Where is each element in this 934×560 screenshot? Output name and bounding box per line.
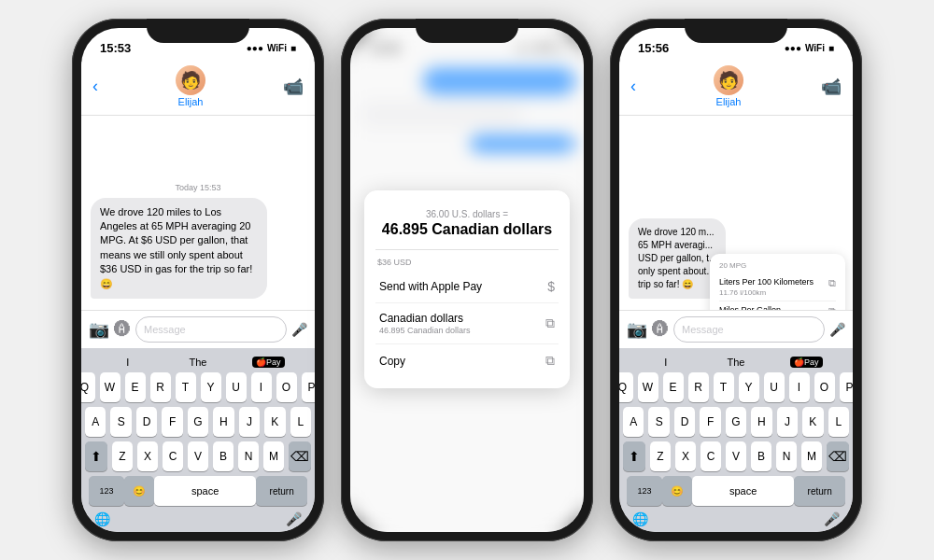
apps-icon-3[interactable]: 🅐 [652,320,669,340]
key-return-3[interactable]: return [794,476,845,506]
key-o-3[interactable]: O [814,372,835,402]
key-d[interactable]: D [136,407,157,437]
message-input-1[interactable]: Message [135,316,287,343]
suggestion-the-3[interactable]: The [700,357,771,368]
key-delete[interactable]: ⌫ [289,441,311,471]
key-u-3[interactable]: U [764,372,785,402]
key-x-3[interactable]: X [675,441,696,471]
key-e[interactable]: E [125,372,146,402]
key-m-3[interactable]: M [801,441,822,471]
key-y-3[interactable]: Y [739,372,759,402]
key-k-3[interactable]: K [802,407,823,437]
suggestion-applepay[interactable]: 🍎Pay [234,356,304,368]
key-v-3[interactable]: V [726,441,746,471]
menu-item-cad[interactable]: Canadian dollars 46.895 Canadian dollars… [375,303,559,344]
key-z[interactable]: Z [112,441,133,471]
key-e-3[interactable]: E [663,372,684,402]
globe-icon-3[interactable]: 🌐 [632,511,648,526]
globe-icon-1[interactable]: 🌐 [94,511,110,526]
lper100-value: 11.76 l/100km [719,288,814,297]
key-s-3[interactable]: S [648,407,669,437]
key-w[interactable]: W [100,372,120,402]
menu-item-copy[interactable]: Copy ⧉ [375,344,559,377]
phone-2: 15:56 ●●● WiFi ■ 36.00 U.S. dollars = 46… [341,19,593,541]
key-j-3[interactable]: J [777,407,798,437]
key-delete-3[interactable]: ⌫ [827,441,849,471]
key-q-3[interactable]: Q [619,372,633,402]
key-f[interactable]: F [162,407,182,437]
back-button-1[interactable]: ‹ [92,77,98,96]
keyboard-1: I The 🍎Pay Q W E R T Y U I O P A S [81,348,315,532]
key-h[interactable]: H [213,407,234,437]
key-r-3[interactable]: R [688,372,709,402]
key-p[interactable]: P [302,372,316,402]
key-f-3[interactable]: F [700,407,720,437]
mic-icon-3[interactable]: 🎤 [829,322,845,337]
key-r[interactable]: R [150,372,171,402]
suggestion-i[interactable]: I [92,357,163,368]
key-i[interactable]: I [251,372,272,402]
key-l-3[interactable]: L [828,407,849,437]
key-t-3[interactable]: T [714,372,734,402]
key-n-3[interactable]: N [776,441,797,471]
key-space[interactable]: space [154,476,256,506]
conv-item-lper100[interactable]: Liters Per 100 Kilometers 11.76 l/100km … [719,273,836,301]
suggestion-applepay-3[interactable]: 🍎Pay [771,356,842,368]
key-123-3[interactable]: 123 [627,476,662,506]
key-emoji-3[interactable]: 😊 [662,476,692,506]
suggestion-the[interactable]: The [163,357,233,368]
key-shift-3[interactable]: ⬆ [623,441,645,471]
back-button-3[interactable]: ‹ [630,77,636,96]
key-b[interactable]: B [213,441,234,471]
key-i-3[interactable]: I [789,372,810,402]
video-call-icon-1[interactable]: 📹 [283,77,304,97]
key-y[interactable]: Y [201,372,221,402]
key-o[interactable]: O [276,372,297,402]
key-p-3[interactable]: P [840,372,854,402]
messages-header-1: ‹ 🧑 Elijah 📹 [81,62,315,116]
key-m[interactable]: M [263,441,284,471]
key-v[interactable]: V [188,441,208,471]
key-space-3[interactable]: space [692,476,794,506]
key-s[interactable]: S [110,407,131,437]
message-input-3[interactable]: Message [673,316,825,343]
notch-3 [685,19,787,43]
key-t[interactable]: T [176,372,196,402]
key-j[interactable]: J [239,407,260,437]
contact-info-3: 🧑 Elijah [714,65,743,107]
key-u[interactable]: U [226,372,247,402]
key-g[interactable]: G [188,407,208,437]
key-c[interactable]: C [163,441,183,471]
key-shift[interactable]: ⬆ [85,441,107,471]
key-x[interactable]: X [137,441,158,471]
key-z-3[interactable]: Z [650,441,671,471]
menu-item-applepay[interactable]: Send with Apple Pay $ [375,271,559,303]
camera-icon-3[interactable]: 📷 [627,319,647,340]
phone-1: 15:53 ●●● WiFi ■ ‹ 🧑 Elijah 📹 Today 15:5… [72,19,324,541]
mic-key-icon-1[interactable]: 🎤 [286,511,302,526]
key-n[interactable]: N [238,441,259,471]
key-emoji[interactable]: 😊 [124,476,154,506]
key-g-3[interactable]: G [726,407,746,437]
copy-lper100-icon: ⧉ [828,277,836,289]
mic-key-icon-3[interactable]: 🎤 [824,511,840,526]
camera-icon-1[interactable]: 📷 [89,319,109,340]
conv-item-mpg[interactable]: Miles Per Gallon 20 mpg ⧉ [719,301,836,310]
key-d-3[interactable]: D [674,407,695,437]
key-c-3[interactable]: C [700,441,721,471]
apps-icon-1[interactable]: 🅐 [114,320,131,340]
key-q[interactable]: Q [81,372,95,402]
key-row-3-3: ⬆ Z X C V B N M ⌫ [623,441,849,471]
key-k[interactable]: K [264,407,285,437]
key-h-3[interactable]: H [751,407,771,437]
key-b-3[interactable]: B [751,441,771,471]
key-w-3[interactable]: W [638,372,658,402]
suggestion-i-3[interactable]: I [630,357,700,368]
key-a-3[interactable]: A [623,407,644,437]
key-a[interactable]: A [85,407,106,437]
video-call-icon-3[interactable]: 📹 [821,77,842,97]
key-123[interactable]: 123 [89,476,124,506]
mic-icon-1[interactable]: 🎤 [291,322,307,337]
key-l[interactable]: L [290,407,311,437]
key-return[interactable]: return [256,476,307,506]
